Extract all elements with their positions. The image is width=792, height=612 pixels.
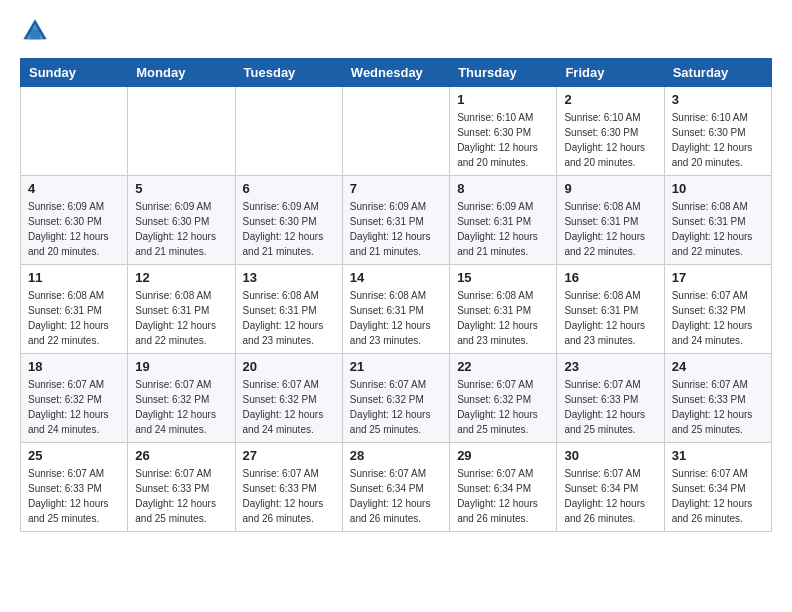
day-info: Sunrise: 6:07 AMSunset: 6:34 PMDaylight:… <box>350 466 442 526</box>
day-info: Sunrise: 6:08 AMSunset: 6:31 PMDaylight:… <box>457 288 549 348</box>
day-number: 10 <box>672 181 764 196</box>
day-info: Sunrise: 6:07 AMSunset: 6:32 PMDaylight:… <box>28 377 120 437</box>
calendar-header-row: SundayMondayTuesdayWednesdayThursdayFrid… <box>21 59 772 87</box>
logo-icon <box>20 16 50 46</box>
day-info: Sunrise: 6:07 AMSunset: 6:33 PMDaylight:… <box>564 377 656 437</box>
day-info: Sunrise: 6:07 AMSunset: 6:34 PMDaylight:… <box>672 466 764 526</box>
day-number: 23 <box>564 359 656 374</box>
day-info: Sunrise: 6:09 AMSunset: 6:31 PMDaylight:… <box>457 199 549 259</box>
page: SundayMondayTuesdayWednesdayThursdayFrid… <box>0 0 792 548</box>
calendar-header-friday: Friday <box>557 59 664 87</box>
day-info: Sunrise: 6:07 AMSunset: 6:33 PMDaylight:… <box>672 377 764 437</box>
calendar-cell: 30Sunrise: 6:07 AMSunset: 6:34 PMDayligh… <box>557 443 664 532</box>
week-row-4: 18Sunrise: 6:07 AMSunset: 6:32 PMDayligh… <box>21 354 772 443</box>
calendar-header-wednesday: Wednesday <box>342 59 449 87</box>
day-number: 1 <box>457 92 549 107</box>
calendar-cell: 6Sunrise: 6:09 AMSunset: 6:30 PMDaylight… <box>235 176 342 265</box>
calendar-cell: 24Sunrise: 6:07 AMSunset: 6:33 PMDayligh… <box>664 354 771 443</box>
day-number: 22 <box>457 359 549 374</box>
calendar-header-sunday: Sunday <box>21 59 128 87</box>
calendar-cell <box>235 87 342 176</box>
calendar-cell: 7Sunrise: 6:09 AMSunset: 6:31 PMDaylight… <box>342 176 449 265</box>
day-number: 18 <box>28 359 120 374</box>
day-info: Sunrise: 6:09 AMSunset: 6:30 PMDaylight:… <box>243 199 335 259</box>
day-info: Sunrise: 6:09 AMSunset: 6:30 PMDaylight:… <box>28 199 120 259</box>
day-info: Sunrise: 6:09 AMSunset: 6:31 PMDaylight:… <box>350 199 442 259</box>
calendar-cell <box>21 87 128 176</box>
day-info: Sunrise: 6:08 AMSunset: 6:31 PMDaylight:… <box>564 199 656 259</box>
calendar-cell: 19Sunrise: 6:07 AMSunset: 6:32 PMDayligh… <box>128 354 235 443</box>
week-row-5: 25Sunrise: 6:07 AMSunset: 6:33 PMDayligh… <box>21 443 772 532</box>
calendar-cell: 29Sunrise: 6:07 AMSunset: 6:34 PMDayligh… <box>450 443 557 532</box>
day-info: Sunrise: 6:07 AMSunset: 6:33 PMDaylight:… <box>243 466 335 526</box>
day-number: 28 <box>350 448 442 463</box>
day-info: Sunrise: 6:07 AMSunset: 6:34 PMDaylight:… <box>564 466 656 526</box>
day-number: 3 <box>672 92 764 107</box>
day-number: 4 <box>28 181 120 196</box>
day-info: Sunrise: 6:10 AMSunset: 6:30 PMDaylight:… <box>672 110 764 170</box>
week-row-3: 11Sunrise: 6:08 AMSunset: 6:31 PMDayligh… <box>21 265 772 354</box>
calendar-cell: 1Sunrise: 6:10 AMSunset: 6:30 PMDaylight… <box>450 87 557 176</box>
header <box>20 16 772 46</box>
calendar-cell: 2Sunrise: 6:10 AMSunset: 6:30 PMDaylight… <box>557 87 664 176</box>
calendar-cell: 31Sunrise: 6:07 AMSunset: 6:34 PMDayligh… <box>664 443 771 532</box>
day-info: Sunrise: 6:10 AMSunset: 6:30 PMDaylight:… <box>457 110 549 170</box>
day-info: Sunrise: 6:07 AMSunset: 6:32 PMDaylight:… <box>135 377 227 437</box>
calendar-cell: 13Sunrise: 6:08 AMSunset: 6:31 PMDayligh… <box>235 265 342 354</box>
day-number: 13 <box>243 270 335 285</box>
day-number: 20 <box>243 359 335 374</box>
day-number: 6 <box>243 181 335 196</box>
calendar-header-saturday: Saturday <box>664 59 771 87</box>
calendar-cell: 26Sunrise: 6:07 AMSunset: 6:33 PMDayligh… <box>128 443 235 532</box>
calendar-header-tuesday: Tuesday <box>235 59 342 87</box>
day-number: 19 <box>135 359 227 374</box>
calendar-cell: 25Sunrise: 6:07 AMSunset: 6:33 PMDayligh… <box>21 443 128 532</box>
calendar: SundayMondayTuesdayWednesdayThursdayFrid… <box>20 58 772 532</box>
day-number: 15 <box>457 270 549 285</box>
calendar-cell: 16Sunrise: 6:08 AMSunset: 6:31 PMDayligh… <box>557 265 664 354</box>
day-info: Sunrise: 6:09 AMSunset: 6:30 PMDaylight:… <box>135 199 227 259</box>
day-info: Sunrise: 6:08 AMSunset: 6:31 PMDaylight:… <box>672 199 764 259</box>
calendar-cell: 20Sunrise: 6:07 AMSunset: 6:32 PMDayligh… <box>235 354 342 443</box>
calendar-cell: 21Sunrise: 6:07 AMSunset: 6:32 PMDayligh… <box>342 354 449 443</box>
day-info: Sunrise: 6:08 AMSunset: 6:31 PMDaylight:… <box>243 288 335 348</box>
day-number: 24 <box>672 359 764 374</box>
day-info: Sunrise: 6:10 AMSunset: 6:30 PMDaylight:… <box>564 110 656 170</box>
calendar-cell: 22Sunrise: 6:07 AMSunset: 6:32 PMDayligh… <box>450 354 557 443</box>
calendar-cell: 18Sunrise: 6:07 AMSunset: 6:32 PMDayligh… <box>21 354 128 443</box>
day-info: Sunrise: 6:07 AMSunset: 6:34 PMDaylight:… <box>457 466 549 526</box>
calendar-cell: 11Sunrise: 6:08 AMSunset: 6:31 PMDayligh… <box>21 265 128 354</box>
day-number: 8 <box>457 181 549 196</box>
day-number: 30 <box>564 448 656 463</box>
day-number: 25 <box>28 448 120 463</box>
week-row-1: 1Sunrise: 6:10 AMSunset: 6:30 PMDaylight… <box>21 87 772 176</box>
calendar-cell: 15Sunrise: 6:08 AMSunset: 6:31 PMDayligh… <box>450 265 557 354</box>
day-number: 17 <box>672 270 764 285</box>
day-info: Sunrise: 6:07 AMSunset: 6:32 PMDaylight:… <box>350 377 442 437</box>
calendar-cell: 4Sunrise: 6:09 AMSunset: 6:30 PMDaylight… <box>21 176 128 265</box>
calendar-cell: 9Sunrise: 6:08 AMSunset: 6:31 PMDaylight… <box>557 176 664 265</box>
day-number: 7 <box>350 181 442 196</box>
calendar-cell: 14Sunrise: 6:08 AMSunset: 6:31 PMDayligh… <box>342 265 449 354</box>
day-info: Sunrise: 6:08 AMSunset: 6:31 PMDaylight:… <box>350 288 442 348</box>
calendar-cell: 5Sunrise: 6:09 AMSunset: 6:30 PMDaylight… <box>128 176 235 265</box>
calendar-cell: 17Sunrise: 6:07 AMSunset: 6:32 PMDayligh… <box>664 265 771 354</box>
calendar-cell: 8Sunrise: 6:09 AMSunset: 6:31 PMDaylight… <box>450 176 557 265</box>
day-number: 26 <box>135 448 227 463</box>
calendar-cell: 3Sunrise: 6:10 AMSunset: 6:30 PMDaylight… <box>664 87 771 176</box>
svg-rect-2 <box>30 29 40 39</box>
calendar-cell: 12Sunrise: 6:08 AMSunset: 6:31 PMDayligh… <box>128 265 235 354</box>
day-info: Sunrise: 6:07 AMSunset: 6:32 PMDaylight:… <box>672 288 764 348</box>
day-info: Sunrise: 6:07 AMSunset: 6:32 PMDaylight:… <box>457 377 549 437</box>
week-row-2: 4Sunrise: 6:09 AMSunset: 6:30 PMDaylight… <box>21 176 772 265</box>
day-info: Sunrise: 6:07 AMSunset: 6:33 PMDaylight:… <box>28 466 120 526</box>
calendar-cell <box>128 87 235 176</box>
day-number: 27 <box>243 448 335 463</box>
day-number: 5 <box>135 181 227 196</box>
day-number: 21 <box>350 359 442 374</box>
day-number: 9 <box>564 181 656 196</box>
calendar-cell: 23Sunrise: 6:07 AMSunset: 6:33 PMDayligh… <box>557 354 664 443</box>
day-number: 2 <box>564 92 656 107</box>
day-number: 11 <box>28 270 120 285</box>
day-number: 31 <box>672 448 764 463</box>
